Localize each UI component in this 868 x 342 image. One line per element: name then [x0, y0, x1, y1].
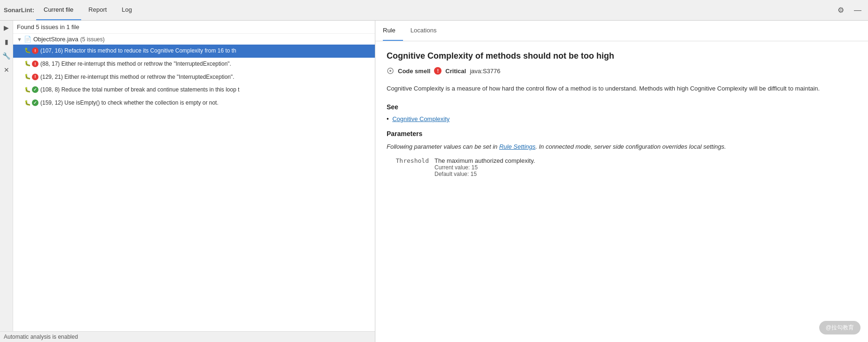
- major-icon-2: !: [32, 61, 38, 67]
- file-count: (5 issues): [80, 36, 105, 43]
- smell-icon-2: 🐛: [24, 61, 31, 67]
- rule-content: Cognitive Complexity of methods should n…: [375, 41, 868, 342]
- meta-type-label: Code smell: [398, 68, 430, 75]
- file-row: ▼ 📄 ObjectStore.java (5 issues): [13, 34, 375, 45]
- left-content: ▶ ▮ 🔧 ✕ Found 5 issues in 1 file ▼ 📄 Obj…: [0, 21, 375, 331]
- tab-current-file[interactable]: Current file: [36, 0, 81, 20]
- rule-settings-link[interactable]: Rule Settings: [499, 143, 535, 150]
- file-name: ObjectStore.java: [33, 36, 78, 43]
- rule-title: Cognitive Complexity of methods should n…: [387, 51, 857, 61]
- issue-text-2: (88, 17) Either re-interrupt this method…: [40, 60, 371, 68]
- params-section: Parameters Following parameter values ca…: [387, 130, 857, 177]
- top-bar: SonarLint: Current file Report Log ⚙ —: [0, 0, 868, 21]
- stop-icon[interactable]: ▮: [1, 37, 12, 47]
- issue-row[interactable]: 🐛 ! (88, 17) Either re-interrupt this me…: [13, 58, 375, 71]
- tools-icon[interactable]: 🔧: [1, 51, 12, 61]
- param-details: The maximum authorized complexity. Curre…: [434, 157, 535, 177]
- param-description: Following parameter values can be set in…: [387, 142, 857, 152]
- issue-text-4: (108, 8) Reduce the total number of brea…: [40, 86, 371, 94]
- issue-text-1: (107, 16) Refactor this method to reduce…: [40, 47, 371, 55]
- issue-text-3: (129, 21) Either re-interrupt this metho…: [40, 73, 371, 81]
- run-icon[interactable]: ▶: [1, 23, 12, 33]
- rule-description: Cognitive Complexity is a measure of how…: [387, 84, 857, 94]
- param-row: Threshold The maximum authorized complex…: [387, 157, 857, 177]
- top-tabs: Current file Report Log: [36, 0, 139, 20]
- rule-meta: Code smell ! Critical java:S3776: [387, 67, 857, 75]
- issue-row[interactable]: 🐛 ✓ (159, 12) Use isEmpty() to check whe…: [13, 97, 375, 110]
- critical-icon-1: !: [32, 47, 38, 54]
- params-desc-prefix: Following parameter values can be set in: [387, 143, 499, 150]
- issue-icons-3: 🐛 !: [24, 74, 38, 80]
- main-content: ▶ ▮ 🔧 ✕ Found 5 issues in 1 file ▼ 📄 Obj…: [0, 21, 868, 342]
- left-panel: ▶ ▮ 🔧 ✕ Found 5 issues in 1 file ▼ 📄 Obj…: [0, 21, 375, 342]
- svg-point-1: [389, 70, 391, 72]
- right-tabs: Rule Locations: [375, 21, 868, 41]
- minor-icon-5: ✓: [32, 99, 38, 106]
- see-title: See: [387, 103, 857, 111]
- meta-rule-id: java:S3776: [470, 68, 500, 75]
- tab-log[interactable]: Log: [114, 0, 140, 20]
- major-icon-3: !: [32, 74, 38, 80]
- smell-icon-3: 🐛: [24, 74, 31, 80]
- issue-icons-5: 🐛 ✓: [24, 99, 38, 106]
- smell-icon-1: 🐛: [24, 47, 31, 54]
- issue-row[interactable]: 🐛 ✓ (108, 8) Reduce the total number of …: [13, 84, 375, 97]
- file-icon: 📄: [24, 36, 31, 43]
- smell-icon-5: 🐛: [24, 99, 31, 106]
- smell-icon-4: 🐛: [24, 86, 31, 93]
- issue-icons-4: 🐛 ✓: [24, 86, 38, 93]
- issue-row[interactable]: 🐛 ! (129, 21) Either re-interrupt this m…: [13, 71, 375, 84]
- params-title: Parameters: [387, 130, 857, 137]
- meta-critical-icon: !: [434, 67, 442, 75]
- issues-list[interactable]: Found 5 issues in 1 file ▼ 📄 ObjectStore…: [13, 21, 375, 331]
- left-side-icons: ▶ ▮ 🔧 ✕: [0, 21, 13, 331]
- param-name: Threshold: [387, 157, 429, 164]
- cognitive-complexity-link[interactable]: Cognitive Complexity: [392, 115, 449, 122]
- tab-locations[interactable]: Locations: [411, 21, 444, 41]
- params-desc-suffix: . In connected mode, server side configu…: [535, 143, 726, 150]
- minor-icon-4: ✓: [32, 86, 38, 93]
- meta-severity-label: Critical: [445, 68, 466, 75]
- top-bar-actions: ⚙ —: [834, 4, 864, 17]
- issue-icons-2: 🐛 !: [24, 61, 38, 67]
- rule-link-item: • Cognitive Complexity: [387, 115, 857, 122]
- issue-text-5: (159, 12) Use isEmpty() to check whether…: [40, 99, 371, 107]
- close-icon[interactable]: ✕: [1, 65, 12, 75]
- app-brand: SonarLint:: [4, 7, 34, 14]
- issue-row[interactable]: 🐛 ! (107, 16) Refactor this method to re…: [13, 45, 375, 58]
- tab-rule[interactable]: Rule: [383, 21, 403, 41]
- param-current-value: Current value: 15: [434, 164, 535, 171]
- issues-summary: Found 5 issues in 1 file: [13, 21, 375, 34]
- minimize-button[interactable]: —: [851, 4, 864, 17]
- meta-smell-icon: [387, 67, 394, 75]
- tab-report[interactable]: Report: [81, 0, 114, 20]
- settings-button[interactable]: ⚙: [834, 4, 847, 17]
- issue-icons-1: 🐛 !: [24, 47, 38, 54]
- param-description-text: The maximum authorized complexity.: [434, 157, 535, 164]
- right-panel: Rule Locations Cognitive Complexity of m…: [375, 21, 868, 342]
- left-status: Automatic analysis is enabled: [0, 331, 375, 342]
- param-default-value: Default value: 15: [434, 171, 535, 177]
